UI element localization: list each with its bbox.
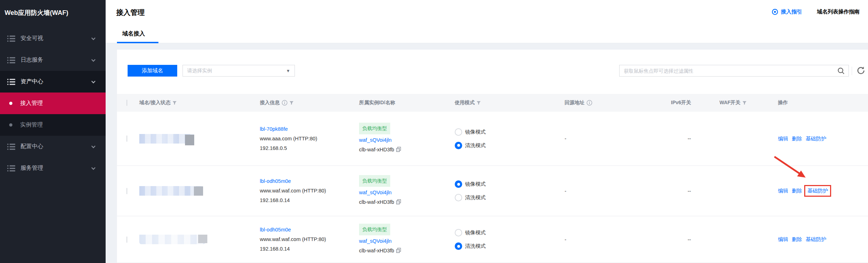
edit-link[interactable]: 编辑 [778, 188, 788, 194]
ip-text: 192.168.0.14 [260, 196, 359, 205]
page-header: 接入管理 接入指引 域名列表操作指南 [106, 0, 868, 26]
listener-id-link[interactable]: lbl-odh05m0e [260, 177, 359, 186]
instance-select[interactable]: 请选择实例 ▼ [183, 65, 295, 77]
row-checkbox[interactable] [127, 135, 127, 142]
search-input[interactable] [624, 68, 837, 74]
instance-name-text: clb-waf-xHD3fb [359, 248, 394, 253]
instance-type-badge: 负载均衡型 [359, 123, 390, 134]
table-row: lbl-odh05m0e www.waf.waf.com (HTTP:80) 1… [117, 216, 868, 263]
sidebar-item-log-service[interactable]: 日志服务 [0, 49, 106, 71]
row-checkbox[interactable] [127, 188, 127, 194]
sidebar-subitem-label: 接入管理 [20, 100, 43, 107]
chevron-down-icon [91, 145, 96, 149]
filter-funnel-icon[interactable] [743, 101, 746, 105]
copy-icon[interactable] [396, 199, 401, 205]
instance-select-placeholder: 请选择实例 [187, 68, 286, 74]
ip-text: 192.168.0.14 [260, 244, 359, 254]
table-row: lbl-odh05m0e www.waf.waf.com (HTTP:80) 1… [117, 166, 868, 216]
sidebar-item-label: 日志服务 [21, 56, 43, 64]
domain-redacted [139, 186, 203, 196]
delete-link[interactable]: 删除 [792, 135, 802, 142]
domain-list-doc-link[interactable]: 域名列表操作指南 [817, 9, 859, 15]
sidebar-item-config-center[interactable]: 配置中心 [0, 136, 106, 157]
col-ipv6-label: IPv6开关 [671, 100, 691, 106]
bullet-icon [9, 123, 12, 127]
listener-id-link[interactable]: lbl-odh05m0e [260, 225, 359, 235]
sidebar-item-label: 服务管理 [21, 164, 43, 172]
tab-domain-access[interactable]: 域名接入 [117, 26, 150, 43]
radio-icon-selected[interactable] [455, 180, 462, 188]
radio-icon[interactable] [455, 229, 462, 236]
filter-funnel-icon[interactable] [290, 101, 293, 105]
radio-icon-selected[interactable] [455, 142, 462, 149]
domain-redacted [139, 235, 207, 244]
toggle-knob [722, 238, 729, 246]
info-icon[interactable] [587, 100, 592, 106]
mode-label: 清洗模式 [465, 243, 486, 250]
sidebar-item-asset-center[interactable]: 资产中心 [0, 71, 106, 93]
delete-link[interactable]: 删除 [792, 236, 802, 243]
radio-icon[interactable] [455, 194, 462, 201]
access-guide-link[interactable]: 接入指引 [772, 9, 802, 15]
edit-link[interactable]: 编辑 [778, 135, 788, 142]
ip-text: 192.168.0.5 [260, 144, 359, 153]
copy-icon[interactable] [396, 248, 401, 253]
edit-link[interactable]: 编辑 [778, 236, 788, 243]
mode-radio-mirror[interactable]: 镜像模式 [455, 180, 565, 188]
list-icon [7, 57, 16, 64]
sidebar-item-access-management[interactable]: 接入管理 [0, 93, 106, 114]
sidebar-item-label: 安全可视 [21, 35, 43, 42]
toggle-knob [722, 189, 729, 197]
page-title: 接入管理 [116, 8, 145, 17]
app-title: Web应用防火墙(WAF) [0, 0, 106, 17]
mode-radio-mirror[interactable]: 镜像模式 [455, 229, 565, 236]
mode-radio-clean[interactable]: 清洗模式 [455, 142, 565, 149]
instance-id-link[interactable]: waf_sQVoi4jln [359, 135, 455, 145]
sidebar-menu: 安全可视 日志服务 资产中心 接入管理 实例管理 [0, 28, 106, 179]
sidebar-item-service-management[interactable]: 服务管理 [0, 157, 106, 179]
ipv6-value: -- [671, 136, 691, 141]
delete-link[interactable]: 删除 [792, 188, 802, 194]
search-icon[interactable] [837, 67, 845, 75]
sidebar-item-label: 资产中心 [21, 78, 43, 85]
info-icon[interactable] [282, 100, 287, 106]
select-all-checkbox[interactable] [127, 100, 127, 106]
basic-protection-link[interactable]: 基础防护 [806, 236, 826, 243]
sidebar-item-security-overview[interactable]: 安全可视 [0, 28, 106, 49]
basic-protection-link[interactable]: 基础防护 [806, 135, 826, 142]
col-access-label: 接入信息 [260, 100, 280, 106]
filter-funnel-icon[interactable] [173, 101, 177, 105]
instance-type-badge: 负载均衡型 [359, 224, 390, 235]
sidebar-item-instance-management[interactable]: 实例管理 [0, 114, 106, 136]
copy-icon[interactable] [396, 147, 401, 152]
mode-label: 镜像模式 [465, 181, 486, 188]
row-checkbox[interactable] [127, 236, 127, 243]
mode-radio-clean[interactable]: 清洗模式 [455, 242, 565, 250]
basic-protection-link-highlighted[interactable]: 基础防护 [804, 185, 831, 197]
domain-redacted-block [185, 135, 194, 145]
radio-icon-selected[interactable] [455, 242, 462, 250]
mode-radio-clean[interactable]: 清洗模式 [455, 194, 565, 201]
col-mode-label: 使用模式 [455, 100, 475, 106]
refresh-icon[interactable] [856, 66, 866, 75]
mode-label: 清洗模式 [465, 194, 486, 201]
host-text: www.waf.waf.com (HTTP:80) [260, 235, 359, 244]
col-origin-label: 回源地址 [565, 100, 584, 106]
listener-id-link[interactable]: lbl-70pk88fe [260, 124, 359, 134]
instance-id-link[interactable]: waf_sQVoi4jln [359, 188, 455, 197]
domain-redacted-block [198, 235, 207, 243]
instance-id-link[interactable]: waf_sQVoi4jln [359, 236, 455, 246]
add-domain-button[interactable]: 添加域名 [128, 65, 177, 77]
sidebar: Web应用防火墙(WAF) 安全可视 日志服务 资产中心 接入管理 [0, 0, 106, 263]
host-text: www.aaa.com (HTTP:80) [260, 134, 359, 144]
mode-radio-mirror[interactable]: 镜像模式 [455, 128, 565, 136]
table-row: lbl-70pk88fe www.aaa.com (HTTP:80) 192.1… [117, 112, 868, 166]
mode-label: 清洗模式 [465, 142, 486, 149]
mode-label: 镜像模式 [465, 129, 486, 135]
radio-icon[interactable] [455, 128, 462, 136]
mode-label: 镜像模式 [465, 229, 486, 236]
table-header: 域名/接入状态 接入信息 所属实例ID/名称 使用模式 回源地址 [117, 94, 868, 112]
chevron-down-icon [91, 80, 96, 84]
filter-funnel-icon[interactable] [477, 101, 481, 105]
bullet-icon [9, 102, 12, 105]
